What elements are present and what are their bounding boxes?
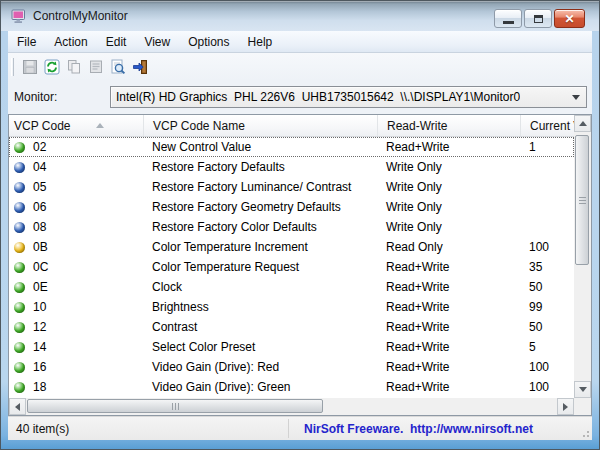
current-value-cell: 50 [521, 280, 573, 294]
vcp-code-cell: 05 [33, 180, 46, 194]
chevron-down-icon [572, 95, 580, 100]
vcp-name-cell: Video Gain (Drive): Red [144, 360, 378, 374]
read-write-cell: Read Only [378, 240, 521, 254]
table-row[interactable]: 04 Restore Factory Defaults Write Only [9, 157, 574, 177]
read-write-cell: Read+Write [378, 340, 521, 354]
column-header-read-write[interactable]: Read-Write [378, 115, 521, 136]
status-dot-icon [14, 342, 25, 353]
vcp-code-cell: 16 [33, 360, 46, 374]
read-write-cell: Read+Write [378, 140, 521, 154]
monitor-combobox[interactable]: Intel(R) HD Graphics PHL 226V6 UHB173501… [110, 86, 587, 108]
vcp-name-cell: Color Temperature Increment [144, 240, 378, 254]
refresh-button[interactable] [41, 56, 63, 78]
properties-icon [88, 59, 104, 75]
properties-button[interactable] [85, 56, 107, 78]
read-write-cell: Read+Write [378, 360, 521, 374]
table-row[interactable]: 06 Restore Factory Geometry Defaults Wri… [9, 197, 574, 217]
table-row[interactable]: 12 Contrast Read+Write 50 [9, 317, 574, 337]
current-value-cell: 1 [521, 140, 573, 154]
close-button[interactable]: ✕ [554, 9, 585, 28]
nirsoft-branding-link[interactable]: NirSoft Freeware. http://www.nirsoft.net [304, 422, 533, 436]
column-header-vcp-code[interactable]: VCP Code [9, 115, 144, 136]
table-row[interactable]: 0C Color Temperature Request Read+Write … [9, 257, 574, 277]
menu-help[interactable]: Help [239, 32, 282, 52]
horizontal-scroll-thumb[interactable] [27, 399, 323, 413]
status-dot-icon [14, 382, 25, 393]
vcp-name-cell: Color Temperature Request [144, 260, 378, 274]
table-row[interactable]: 18 Video Gain (Drive): Green Read+Write … [9, 377, 574, 397]
column-header-current-value[interactable]: Current Value [521, 115, 574, 136]
maximize-button[interactable] [524, 9, 552, 28]
current-value-cell: 100 [521, 240, 573, 254]
caption-buttons: ✕ [494, 9, 585, 28]
menu-action[interactable]: Action [45, 32, 96, 52]
vcp-name-cell: Restore Factory Geometry Defaults [144, 200, 378, 214]
vertical-scroll-thumb[interactable] [575, 135, 589, 265]
status-dot-icon [14, 362, 25, 373]
scrollbar-corner [574, 398, 591, 415]
sort-ascending-icon [96, 123, 104, 128]
controlmymonitor-window: ControlMyMonitor ✕ File Action Edit View… [0, 0, 600, 450]
vcp-name-cell: Brightness [144, 300, 378, 314]
read-write-cell: Write Only [378, 160, 521, 174]
vcp-code-cell: 0E [33, 280, 48, 294]
vcp-rows: 02 New Control Value Read+Write 1 04 Res… [9, 137, 574, 398]
toolbar [8, 53, 592, 80]
table-row[interactable]: 02 New Control Value Read+Write 1 [9, 137, 574, 157]
horizontal-scrollbar[interactable] [9, 398, 574, 415]
refresh-icon [44, 59, 60, 75]
table-row[interactable]: 08 Restore Factory Color Defaults Write … [9, 217, 574, 237]
copy-button[interactable] [63, 56, 85, 78]
column-header-vcp-code-name[interactable]: VCP Code Name [144, 115, 378, 136]
toolbar-gripper [11, 58, 14, 76]
read-write-cell: Write Only [378, 200, 521, 214]
read-write-cell: Read+Write [378, 300, 521, 314]
arrow-left-icon [15, 403, 20, 411]
vcp-name-cell: Clock [144, 280, 378, 294]
vertical-scrollbar[interactable] [574, 115, 591, 398]
vcp-code-cell: 08 [33, 220, 46, 234]
menu-view[interactable]: View [135, 32, 179, 52]
status-dot-icon [14, 142, 25, 153]
vcp-code-cell: 04 [33, 160, 46, 174]
scroll-down-button[interactable] [574, 381, 591, 398]
resize-grip[interactable] [579, 427, 589, 437]
read-write-cell: Read+Write [378, 320, 521, 334]
table-row[interactable]: 05 Restore Factory Luminance/ Contrast W… [9, 177, 574, 197]
table-row[interactable]: 14 Select Color Preset Read+Write 5 [9, 337, 574, 357]
close-icon: ✕ [564, 13, 574, 25]
scroll-up-button[interactable] [574, 115, 591, 132]
find-button[interactable] [107, 56, 129, 78]
vcp-table: VCP Code VCP Code Name Read-Write Curren… [8, 114, 592, 416]
vcp-name-cell: Restore Factory Luminance/ Contrast [144, 180, 378, 194]
current-value-cell: 100 [521, 380, 573, 394]
menu-file[interactable]: File [8, 32, 45, 52]
table-row[interactable]: 0E Clock Read+Write 50 [9, 277, 574, 297]
menu-bar: File Action Edit View Options Help [8, 31, 592, 53]
read-write-cell: Write Only [378, 220, 521, 234]
scroll-left-button[interactable] [9, 398, 26, 415]
table-row[interactable]: 16 Video Gain (Drive): Red Read+Write 10… [9, 357, 574, 377]
scroll-right-button[interactable] [557, 398, 574, 415]
thumb-grip-icon [175, 403, 176, 410]
status-dot-icon [14, 242, 25, 253]
table-row[interactable]: 10 Brightness Read+Write 99 [9, 297, 574, 317]
vcp-code-cell: 06 [33, 200, 46, 214]
vcp-code-cell: 0C [33, 260, 48, 274]
minimize-button[interactable] [494, 9, 522, 28]
menu-edit[interactable]: Edit [97, 32, 136, 52]
monitor-selector-row: Monitor: Intel(R) HD Graphics PHL 226V6 … [8, 80, 592, 114]
menu-options[interactable]: Options [179, 32, 238, 52]
arrow-down-icon [579, 387, 587, 392]
exit-button[interactable] [129, 56, 151, 78]
current-value-cell: 100 [521, 360, 573, 374]
floppy-disk-icon [22, 59, 38, 75]
branding-panel: NirSoft Freeware. http://www.nirsoft.net [288, 419, 574, 438]
monitor-combobox-value: Intel(R) HD Graphics PHL 226V6 UHB173501… [116, 90, 520, 104]
save-config-button[interactable] [19, 56, 41, 78]
arrow-up-icon [579, 121, 587, 126]
title-bar[interactable]: ControlMyMonitor ✕ [1, 1, 599, 31]
maximize-icon [534, 15, 543, 23]
vcp-code-cell: 0B [33, 240, 48, 254]
table-row[interactable]: 0B Color Temperature Increment Read Only… [9, 237, 574, 257]
